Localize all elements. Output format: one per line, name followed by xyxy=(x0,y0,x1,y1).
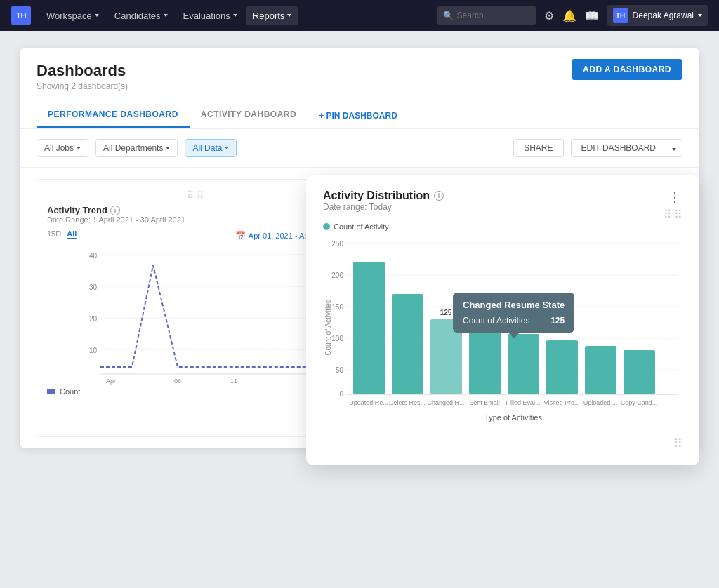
svg-text:20: 20 xyxy=(89,315,98,323)
filter-all-data[interactable]: All Data xyxy=(185,139,237,157)
svg-text:Filled Eval...: Filled Eval... xyxy=(506,399,540,406)
activity-dist-menu[interactable]: ⋮ xyxy=(668,189,682,205)
svg-text:220: 220 xyxy=(363,251,375,259)
tab-pin-dashboard[interactable]: + PIN DASHBOARD xyxy=(308,104,409,128)
activity-dist-header: Activity Distribution i Date range: Toda… xyxy=(323,189,682,221)
top-navigation: TH Workspace Candidates Evaluations Repo… xyxy=(0,0,719,31)
chevron-down-icon xyxy=(166,147,170,149)
edit-dashboard-button[interactable]: EDIT DASHBOARD xyxy=(571,139,666,157)
nav-workspace[interactable]: Workspace xyxy=(39,6,106,25)
nav-evaluations[interactable]: Evaluations xyxy=(176,6,244,25)
svg-rect-28 xyxy=(392,294,423,394)
filter-all-departments[interactable]: All Departments xyxy=(95,139,178,157)
bar-chart-tooltip: Changed Resume State Count of Activities… xyxy=(453,293,574,333)
svg-text:06: 06 xyxy=(174,377,181,385)
info-icon: i xyxy=(110,206,120,215)
search-wrapper: 🔍 xyxy=(437,6,536,25)
legend-dot xyxy=(323,223,330,230)
bell-icon[interactable]: 🔔 xyxy=(562,9,576,22)
trend-filters: 15D All xyxy=(47,229,77,239)
svg-rect-35 xyxy=(546,340,578,394)
edit-dashboard-dropdown-button[interactable] xyxy=(666,139,682,157)
user-name: Deepak Agrawal xyxy=(633,11,694,20)
svg-rect-36 xyxy=(585,346,616,394)
svg-text:50: 50 xyxy=(336,366,344,374)
chevron-down-icon xyxy=(77,147,81,149)
activity-trend-date: Date Range: 1 April 2021 - 30 April 2021 xyxy=(47,215,332,224)
filter-all-jobs[interactable]: All Jobs xyxy=(37,139,88,157)
info-icon-dist: i xyxy=(434,191,444,201)
activity-dist-title: Activity Distribution i xyxy=(323,189,444,202)
chevron-down-icon xyxy=(287,14,291,17)
dashboard-header: ADD A DASHBOARD Dashboards Showing 2 das… xyxy=(20,48,699,129)
svg-text:250: 250 xyxy=(331,240,343,248)
chevron-down-icon xyxy=(225,147,229,149)
main-area: ADD A DASHBOARD Dashboards Showing 2 das… xyxy=(0,31,719,465)
tab-performance-dashboard[interactable]: PERFORMANCE DASHBOARD xyxy=(37,102,190,128)
svg-text:10: 10 xyxy=(89,347,98,354)
svg-text:150: 150 xyxy=(331,303,343,311)
drag-handle-dist[interactable]: ⠿⠿ xyxy=(664,208,682,221)
tooltip-arrow xyxy=(508,333,520,338)
trend-filter-all[interactable]: All xyxy=(67,229,77,239)
calendar-icon: 📅 xyxy=(235,231,246,241)
user-avatar: TH xyxy=(613,8,628,23)
chevron-down-icon xyxy=(95,14,99,17)
tooltip-row: Count of Activities 125 xyxy=(463,316,565,326)
tab-activity-dashboard[interactable]: ACTIVITY DAHBOARD xyxy=(190,102,308,128)
svg-text:200: 200 xyxy=(331,272,343,279)
drag-handle[interactable]: ⠿ ⠿ xyxy=(47,189,343,201)
svg-text:170: 170 xyxy=(402,283,414,291)
search-icon: 🔍 xyxy=(443,11,454,20)
app-logo: TH xyxy=(11,6,31,25)
svg-rect-26 xyxy=(353,262,385,394)
svg-text:40: 40 xyxy=(89,252,98,260)
svg-rect-37 xyxy=(624,350,655,394)
chevron-down-icon xyxy=(164,14,168,17)
svg-text:Type of Activities: Type of Activities xyxy=(484,413,542,422)
svg-text:Delete Res...: Delete Res... xyxy=(389,399,426,406)
svg-text:Uploaded ...: Uploaded ... xyxy=(583,399,618,406)
svg-rect-34 xyxy=(508,334,539,394)
svg-text:Visited Pro...: Visited Pro... xyxy=(544,399,580,406)
edit-dashboard-group: EDIT DASHBOARD xyxy=(571,139,682,157)
activity-distribution-chart: 250 200 150 100 50 0 Count of Activities… xyxy=(323,236,682,433)
add-dashboard-button[interactable]: ADD A DASHBOARD xyxy=(572,59,682,80)
dashboard-subtitle: Showing 2 dashboard(s) xyxy=(37,81,682,91)
activity-distribution-card: Activity Distribution i Date range: Toda… xyxy=(306,175,699,465)
legend-count-box xyxy=(47,389,55,394)
activity-trend-header: Activity Trend i Date Range: 1 April 202… xyxy=(47,205,343,224)
activity-trend-chart: 40 30 20 10 Apr 2021 xyxy=(47,244,343,385)
filters-row: All Jobs All Departments All Data SHARE … xyxy=(20,129,699,168)
trend-filter-15d[interactable]: 15D xyxy=(47,229,61,239)
svg-text:11: 11 xyxy=(230,377,237,385)
book-icon[interactable]: 📖 xyxy=(585,9,599,22)
user-chevron-icon xyxy=(698,14,702,17)
tooltip-title: Changed Resume State xyxy=(463,300,565,310)
svg-rect-32 xyxy=(469,322,501,394)
svg-text:Changed R...: Changed R... xyxy=(427,399,464,406)
svg-text:30: 30 xyxy=(89,283,98,291)
settings-icon[interactable]: ⚙ xyxy=(544,9,554,22)
activity-dist-date: Date range: Today xyxy=(323,202,444,212)
chevron-down-icon xyxy=(233,14,237,17)
svg-text:Count of Activities: Count of Activities xyxy=(324,300,332,355)
svg-text:Sent Email: Sent Email xyxy=(469,399,500,406)
chevron-down-icon xyxy=(672,148,676,151)
dashboard-tabs: PERFORMANCE DASHBOARD ACTIVITY DAHBOARD … xyxy=(37,102,682,128)
share-button[interactable]: SHARE xyxy=(513,139,563,157)
nav-reports[interactable]: Reports xyxy=(246,6,299,25)
user-menu[interactable]: TH Deepak Agrawal xyxy=(607,5,708,26)
svg-text:2021: 2021 xyxy=(104,384,118,385)
nav-candidates[interactable]: Candidates xyxy=(107,6,175,25)
nav-right: 🔍 ⚙ 🔔 📖 TH Deepak Agrawal xyxy=(437,5,708,26)
card-resize-handle[interactable]: ⠿ xyxy=(673,436,682,451)
activity-dist-legend: Count of Activity xyxy=(323,222,682,231)
svg-text:Updated Re...: Updated Re... xyxy=(349,399,388,406)
bar-chart-svg: 250 200 150 100 50 0 Count of Activities… xyxy=(323,236,682,433)
svg-text:125: 125 xyxy=(440,309,452,316)
svg-text:Copy Cand...: Copy Cand... xyxy=(621,399,658,406)
svg-text:100: 100 xyxy=(331,335,343,342)
activity-trend-title: Activity Trend i xyxy=(47,205,332,215)
svg-text:0: 0 xyxy=(339,390,343,398)
